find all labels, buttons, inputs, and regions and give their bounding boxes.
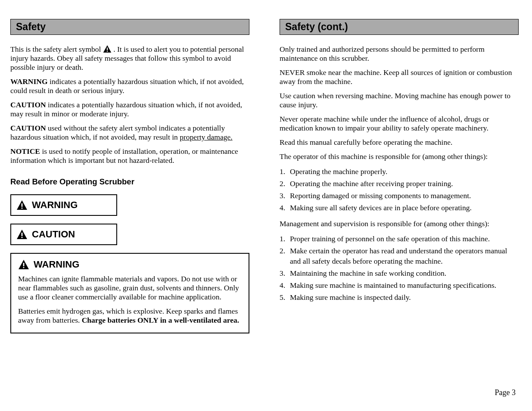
warning-alert-icon — [18, 260, 29, 269]
management-intro: Management and supervision is responsibl… — [280, 219, 519, 228]
list-item: 3.Maintaining the machine in safe workin… — [280, 268, 519, 278]
page-number: Page 3 — [495, 388, 516, 397]
section-title: Safety — [16, 21, 46, 33]
safety-cont-body: Only trained and authorized persons shou… — [280, 45, 519, 302]
reverse-caution-text: Use caution when reversing machine. Movi… — [280, 91, 519, 109]
management-list: 1.Proper training of personnel on the sa… — [280, 234, 519, 303]
list-item: 2.Operating the machine after receiving … — [280, 178, 519, 189]
warning-alert-icon — [16, 200, 28, 210]
svg-rect-4 — [22, 233, 23, 236]
operator-intro: The operator of this machine is responsi… — [280, 152, 519, 161]
signal-box-caution: CAUTION — [10, 224, 117, 245]
list-item: 2.Make certain the operator has read and… — [280, 246, 519, 266]
subhead-read-before-operating: Read Before Operating Scrubber — [10, 177, 249, 187]
warning-battery-text: Batteries emit hydrogen gas, which is ex… — [18, 307, 242, 325]
svg-rect-2 — [22, 203, 23, 207]
left-column: Safety This is the safety alert symbol .… — [10, 19, 249, 341]
warning-definition: WARNING indicates a potentially hazardou… — [10, 77, 249, 95]
section-header-safety: Safety — [10, 19, 249, 35]
never-smoke-text: NEVER smoke near the machine. Keep all s… — [280, 68, 519, 86]
warning-flammable-text: Machines can ignite flammable materials … — [18, 274, 242, 302]
svg-point-5 — [21, 237, 22, 238]
safety-alert-icon — [103, 45, 112, 53]
svg-point-7 — [23, 267, 24, 268]
intro-alert-symbol-paragraph: This is the safety alert symbol . It is … — [10, 45, 249, 72]
warning-label: WARNING — [34, 259, 79, 270]
list-item: 3.Reporting damaged or missing component… — [280, 190, 519, 201]
maint-trained-text: Only trained and authorized persons shou… — [280, 45, 519, 63]
signal-box-warning: WARNING — [10, 194, 117, 216]
notice-definition: NOTICE is used to notify people of insta… — [10, 147, 249, 165]
operator-list: 1.Operating the machine properly. 2.Oper… — [280, 166, 519, 213]
list-item: 5.Making sure machine is inspected daily… — [280, 292, 519, 302]
list-item: 1.Operating the machine properly. — [280, 166, 519, 177]
svg-rect-6 — [23, 263, 25, 266]
read-manual-text: Read this manual carefully before operat… — [280, 138, 519, 147]
caution-property-damage-definition: CAUTION used without the safety alert sy… — [10, 124, 249, 142]
list-item: 4.Making sure machine is maintained to m… — [280, 280, 519, 290]
signal-box-warning-wide: WARNING Machines can ignite flammable ma… — [10, 253, 249, 333]
warning-label: WARNING — [32, 199, 78, 211]
no-impairment-text: Never operate machine while under the in… — [280, 115, 519, 133]
svg-point-3 — [21, 207, 22, 209]
safety-intro: This is the safety alert symbol . It is … — [10, 45, 249, 333]
caution-definition: CAUTION indicates a potentially hazardou… — [10, 100, 249, 118]
list-item: 4.Making sure all safety devices are in … — [280, 202, 519, 213]
svg-point-1 — [107, 51, 108, 52]
caution-label: CAUTION — [32, 229, 75, 240]
caution-alert-icon — [16, 230, 28, 239]
svg-rect-0 — [107, 47, 108, 50]
section-title: Safety (cont.) — [285, 21, 348, 33]
right-column: Safety (cont.) Only trained and authoriz… — [280, 19, 519, 341]
section-header-safety-cont: Safety (cont.) — [280, 19, 519, 35]
list-item: 1.Proper training of personnel on the sa… — [280, 234, 519, 244]
